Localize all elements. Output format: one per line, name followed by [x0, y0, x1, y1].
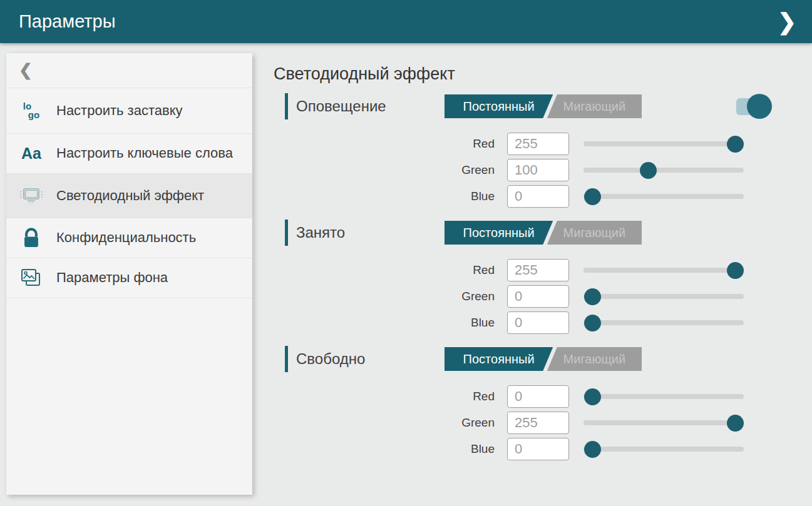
- text-aa-icon: Aa: [6, 144, 56, 163]
- channel-value-input[interactable]: [507, 385, 569, 408]
- led-section: Свободно Постоянный Мигающий Red Green: [285, 345, 812, 460]
- slider-thumb[interactable]: [584, 388, 601, 405]
- slider-thumb[interactable]: [727, 262, 744, 279]
- mode-option-blinking[interactable]: Мигающий: [547, 94, 642, 118]
- channel-value-input[interactable]: [507, 259, 569, 281]
- chevron-right-icon[interactable]: ❯: [772, 7, 802, 37]
- switch-knob[interactable]: [747, 94, 772, 119]
- slider-thumb[interactable]: [727, 136, 744, 153]
- sidebar-item-label: Настроить ключевые слова: [56, 145, 233, 162]
- slider-thumb[interactable]: [584, 288, 601, 305]
- sidebar-item-label: Светодиодный эффект: [56, 188, 204, 205]
- mode-option-blinking[interactable]: Мигающий: [547, 347, 642, 371]
- mode-toggle: Постоянный Мигающий: [445, 94, 642, 118]
- slider-thumb[interactable]: [584, 441, 601, 458]
- channel-row: Blue: [285, 311, 812, 334]
- channel-row: Blue: [285, 185, 812, 208]
- sidebar-item-keywords[interactable]: Aa Настроить ключевые слова: [6, 134, 252, 174]
- led-section: Занято Постоянный Мигающий Red Green: [285, 219, 812, 334]
- settings-window: Параметры ❯ ❮ lo go Настроить заставку A…: [0, 0, 812, 506]
- content-title: Светодиодный эффект: [274, 64, 812, 84]
- sidebar-item-label: Конфиденциальность: [56, 230, 196, 246]
- mode-toggle: Постоянный Мигающий: [445, 221, 642, 245]
- channel-slider[interactable]: [583, 287, 744, 306]
- channel-row: Blue: [285, 438, 812, 460]
- section-header: Занято Постоянный Мигающий: [285, 219, 812, 246]
- channel-label: Green: [285, 163, 507, 177]
- mode-option-constant[interactable]: Постоянный: [445, 94, 553, 118]
- section-name: Свободно: [296, 350, 365, 368]
- page-title: Параметры: [19, 11, 116, 32]
- channel-slider[interactable]: [583, 413, 744, 432]
- lock-icon: [6, 228, 56, 249]
- accent-bar: [285, 220, 288, 246]
- sidebar-item-splash-screen[interactable]: lo go Настроить заставку: [6, 88, 252, 134]
- sidebar-item-led-effect[interactable]: Светодиодный эффект: [6, 174, 252, 218]
- channel-label: Green: [285, 290, 507, 303]
- channel-label: Red: [285, 263, 507, 277]
- slider-thumb[interactable]: [584, 315, 601, 331]
- channel-value-input[interactable]: [507, 285, 569, 308]
- channel-slider[interactable]: [583, 187, 744, 206]
- channel-row: Red: [285, 385, 812, 408]
- section-name: Оповещение: [296, 98, 386, 115]
- channel-label: Blue: [285, 190, 507, 203]
- mode-option-constant[interactable]: Постоянный: [445, 221, 553, 245]
- sidebar: ❮ lo go Настроить заставку Aa Настроить …: [6, 53, 252, 495]
- images-icon: [6, 267, 56, 290]
- sidebar-back-button[interactable]: ❮: [6, 53, 252, 88]
- channel-value-input[interactable]: [507, 311, 569, 334]
- channel-slider[interactable]: [583, 440, 744, 458]
- channel-value-input[interactable]: [507, 412, 569, 434]
- channel-slider[interactable]: [583, 313, 744, 332]
- channel-row: Green: [285, 412, 812, 434]
- channel-row: Green: [285, 285, 812, 308]
- logo-icon: lo go: [6, 102, 56, 119]
- main-content: Светодиодный эффект Оповещение Постоянны…: [274, 59, 812, 472]
- slider-thumb[interactable]: [640, 162, 657, 179]
- channel-slider[interactable]: [583, 134, 744, 153]
- mode-option-blinking[interactable]: Мигающий: [547, 221, 642, 245]
- channel-label: Red: [285, 137, 507, 151]
- sidebar-item-privacy[interactable]: Конфиденциальность: [6, 218, 252, 258]
- chevron-left-icon: ❮: [19, 61, 33, 80]
- app-header: Параметры ❯: [0, 0, 812, 43]
- channel-label: Green: [285, 416, 507, 430]
- led-section: Оповещение Постоянный Мигающий Red Green: [285, 93, 812, 208]
- channel-value-input[interactable]: [507, 438, 569, 460]
- mode-option-constant[interactable]: Постоянный: [445, 347, 553, 371]
- slider-thumb[interactable]: [727, 415, 744, 432]
- sections: Оповещение Постоянный Мигающий Red Green: [274, 93, 812, 460]
- channel-label: Blue: [285, 316, 507, 330]
- channel-row: Red: [285, 259, 812, 281]
- channel-row: Green: [285, 159, 812, 181]
- channel-label: Red: [285, 390, 507, 403]
- monitor-glow-icon: [6, 185, 56, 207]
- accent-bar: [285, 93, 288, 119]
- led-switch[interactable]: [736, 98, 769, 115]
- slider-thumb[interactable]: [584, 188, 601, 205]
- section-header: Свободно Постоянный Мигающий: [285, 345, 812, 373]
- channel-value-input[interactable]: [507, 159, 569, 181]
- sidebar-item-background[interactable]: Параметры фона: [6, 258, 252, 298]
- channel-slider[interactable]: [583, 387, 744, 406]
- section-header: Оповещение Постоянный Мигающий: [285, 93, 812, 120]
- channel-value-input[interactable]: [507, 133, 569, 155]
- channel-label: Blue: [285, 442, 507, 456]
- accent-bar: [285, 346, 288, 372]
- section-name: Занято: [296, 224, 345, 241]
- channel-row: Red: [285, 133, 812, 155]
- channel-value-input[interactable]: [507, 185, 569, 208]
- sidebar-item-label: Настроить заставку: [56, 103, 183, 119]
- sidebar-item-label: Параметры фона: [56, 270, 168, 286]
- channel-slider[interactable]: [583, 261, 744, 280]
- channel-slider[interactable]: [583, 161, 744, 180]
- mode-toggle: Постоянный Мигающий: [445, 347, 642, 371]
